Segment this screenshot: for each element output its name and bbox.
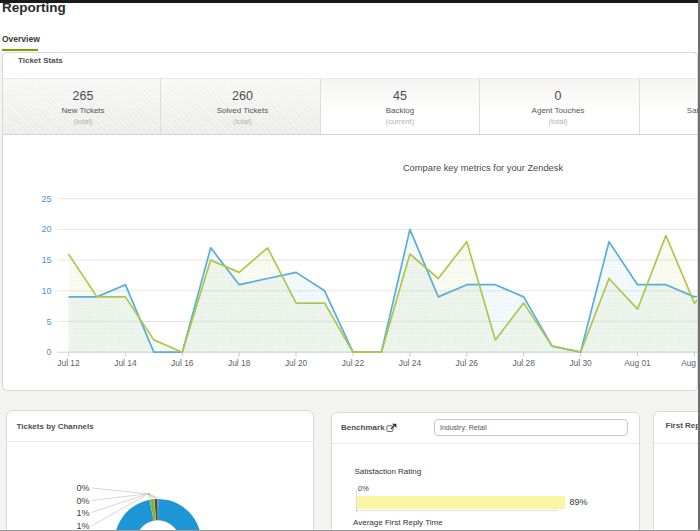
svg-text:Jul 16: Jul 16 <box>171 358 194 368</box>
svg-text:Aug 01: Aug 01 <box>624 358 651 368</box>
svg-text:0%: 0% <box>76 483 89 493</box>
svg-text:Jul 26: Jul 26 <box>455 358 478 368</box>
svg-text:10: 10 <box>41 286 51 296</box>
svg-text:Jul 30: Jul 30 <box>569 358 592 368</box>
svg-text:1%: 1% <box>76 507 89 517</box>
svg-text:0%: 0% <box>76 495 89 505</box>
svg-text:Jul 20: Jul 20 <box>284 358 307 368</box>
svg-text:Jul 14: Jul 14 <box>114 358 137 368</box>
svg-text:Jul 12: Jul 12 <box>57 358 80 368</box>
svg-text:0: 0 <box>46 347 51 357</box>
svg-text:Jul 28: Jul 28 <box>512 358 535 368</box>
svg-text:Aug 03: Aug 03 <box>681 358 697 368</box>
svg-text:Jul 24: Jul 24 <box>398 358 421 368</box>
svg-text:5: 5 <box>46 317 51 327</box>
svg-text:15: 15 <box>41 255 51 265</box>
svg-text:Jul 22: Jul 22 <box>341 358 364 368</box>
svg-text:25: 25 <box>41 194 51 204</box>
svg-text:Jul 18: Jul 18 <box>228 358 251 368</box>
svg-text:20: 20 <box>41 224 51 234</box>
